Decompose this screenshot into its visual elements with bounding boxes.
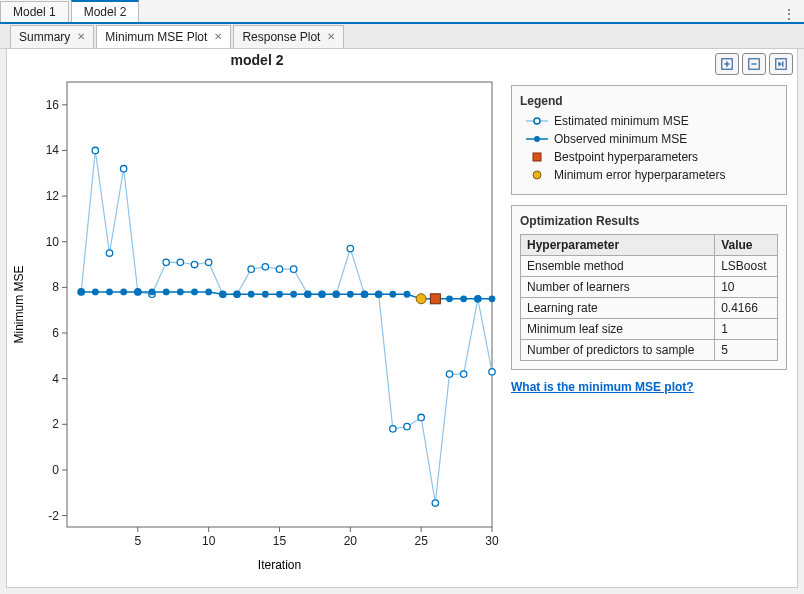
svg-rect-109 [533,153,541,161]
svg-text:10: 10 [46,235,60,249]
svg-point-54 [347,245,353,251]
tab-label: Response Plot [242,30,320,44]
svg-point-106 [534,118,540,124]
legend-item-observed: Observed minimum MSE [526,132,778,146]
tab-label: Model 1 [13,5,56,19]
svg-point-108 [534,136,540,142]
go-end-button[interactable] [769,53,793,75]
legend-symbol-minerror [526,170,548,180]
close-icon[interactable]: ✕ [214,31,222,42]
app-root: Model 1 Model 2 ⋮ Summary✕ Minimum MSE P… [0,0,804,594]
optimization-title: Optimization Results [520,214,778,228]
table-row: Number of predictors to sample5 [521,340,778,361]
svg-text:20: 20 [344,534,358,548]
svg-point-75 [219,291,226,298]
svg-point-42 [177,259,183,265]
svg-point-37 [106,250,112,256]
svg-point-64 [489,369,495,375]
legend-item-bestpoint: Bestpoint hyperparameters [526,150,778,164]
svg-point-86 [375,291,382,298]
close-icon[interactable]: ✕ [77,31,85,42]
svg-point-57 [390,426,396,432]
plot-area: model 2 -2024681012141651015202530Iterat… [7,49,507,587]
svg-point-87 [389,291,396,298]
svg-point-76 [234,291,241,298]
help-link[interactable]: What is the minimum MSE plot? [511,380,694,394]
legend-label: Bestpoint hyperparameters [554,150,698,164]
opt-tbody: Ensemble methodLSBoostNumber of learners… [521,256,778,361]
svg-text:15: 15 [273,534,287,548]
overflow-menu-icon[interactable]: ⋮ [774,6,804,22]
table-row: Learning rate0.4166 [521,298,778,319]
view-tabbar: Summary✕ Minimum MSE Plot✕ Response Plot… [0,24,804,49]
svg-point-74 [205,289,212,296]
svg-text:5: 5 [134,534,141,548]
model-tab-2[interactable]: Model 2 [71,0,140,22]
svg-point-38 [120,166,126,172]
svg-text:6: 6 [52,326,59,340]
svg-point-79 [276,291,283,298]
tab-label: Summary [19,30,70,44]
tab-label: Minimum MSE Plot [105,30,207,44]
legend-item-estimated: Estimated minimum MSE [526,114,778,128]
svg-point-70 [149,289,156,296]
svg-text:0: 0 [52,463,59,477]
svg-text:Minimum MSE: Minimum MSE [12,265,26,343]
svg-text:8: 8 [52,280,59,294]
svg-point-59 [418,414,424,420]
svg-point-49 [276,266,282,272]
svg-point-92 [460,295,467,302]
svg-text:10: 10 [202,534,216,548]
svg-point-81 [304,291,311,298]
legend-title: Legend [520,94,778,108]
expand-button[interactable] [715,53,739,75]
svg-point-41 [163,259,169,265]
svg-text:Iteration: Iteration [258,558,301,572]
svg-text:30: 30 [485,534,499,548]
legend-label: Estimated minimum MSE [554,114,689,128]
svg-point-71 [163,289,170,296]
table-row: Number of learners10 [521,277,778,298]
close-icon[interactable]: ✕ [327,31,335,42]
tab-min-mse-plot[interactable]: Minimum MSE Plot✕ [96,25,231,48]
legend-label: Minimum error hyperparameters [554,168,725,182]
svg-text:14: 14 [46,143,60,157]
opt-header-param: Hyperparameter [521,235,715,256]
table-row: Minimum leaf size1 [521,319,778,340]
table-row: Ensemble methodLSBoost [521,256,778,277]
tab-response-plot[interactable]: Response Plot✕ [233,25,344,48]
legend-label: Observed minimum MSE [554,132,687,146]
svg-text:4: 4 [52,372,59,386]
panel-action-buttons [715,53,793,75]
tab-summary[interactable]: Summary✕ [10,25,94,48]
min-mse-chart: -2024681012141651015202530IterationMinim… [7,67,507,577]
legend-item-minerror: Minimum error hyperparameters [526,168,778,182]
svg-point-78 [262,291,269,298]
svg-marker-103 [778,61,782,66]
svg-point-80 [290,291,297,298]
svg-text:16: 16 [46,98,60,112]
svg-text:-2: -2 [48,509,59,523]
svg-point-96 [416,294,426,304]
optimization-panel: Optimization Results Hyperparameter Valu… [511,205,787,370]
svg-text:12: 12 [46,189,60,203]
svg-point-72 [177,289,184,296]
svg-point-60 [432,500,438,506]
svg-point-58 [404,423,410,429]
legend-symbol-estimated [526,116,548,126]
svg-point-91 [446,295,453,302]
svg-point-77 [248,291,255,298]
svg-point-48 [262,264,268,270]
model-tabbar: Model 1 Model 2 ⋮ [0,0,804,24]
svg-rect-95 [430,294,440,304]
collapse-button[interactable] [742,53,766,75]
legend-symbol-bestpoint [526,152,548,162]
svg-point-62 [460,371,466,377]
model-tab-1[interactable]: Model 1 [0,1,69,22]
svg-point-47 [248,266,254,272]
svg-point-65 [78,289,85,296]
svg-point-68 [120,289,127,296]
svg-point-43 [191,261,197,267]
svg-point-84 [347,291,354,298]
svg-point-73 [191,289,198,296]
